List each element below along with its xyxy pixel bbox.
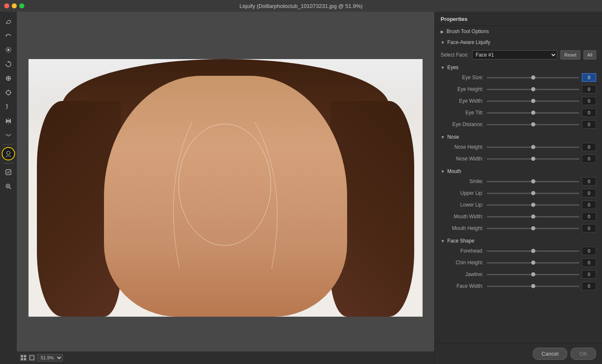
eye-size-input[interactable] xyxy=(582,73,596,82)
eye-width-slider-container xyxy=(487,97,596,105)
svg-rect-24 xyxy=(30,356,34,360)
nose-width-thumb[interactable] xyxy=(531,157,535,161)
eye-height-slider[interactable] xyxy=(487,89,579,90)
canvas-bottom-bar: 51.9% 25% 50% 100% xyxy=(17,351,434,364)
warp-tool-button[interactable] xyxy=(2,15,15,28)
nose-height-input[interactable] xyxy=(582,143,596,151)
eye-height-slider-container xyxy=(487,85,596,93)
eye-distance-label: Eye Distance: xyxy=(441,121,487,127)
face-width-input[interactable] xyxy=(582,282,596,290)
bloat-tool-button[interactable] xyxy=(2,86,15,99)
eye-width-slider[interactable] xyxy=(487,101,579,102)
chin-height-thumb[interactable] xyxy=(531,261,535,265)
reset-button[interactable]: Reset xyxy=(560,50,580,59)
zoom-controls[interactable]: 51.9% 25% 50% 100% xyxy=(20,354,63,361)
reconstruct-tool-button[interactable] xyxy=(2,29,15,42)
minimize-button[interactable] xyxy=(12,3,17,8)
eye-height-input[interactable] xyxy=(582,85,596,93)
mirror-tool-button[interactable] xyxy=(2,115,15,127)
jawline-slider[interactable] xyxy=(487,274,579,275)
chin-height-input[interactable] xyxy=(582,258,596,267)
eye-tilt-slider[interactable] xyxy=(487,112,579,114)
smile-input[interactable] xyxy=(582,177,596,186)
cancel-button[interactable]: Cancel xyxy=(533,348,567,360)
face-aware-header[interactable]: ▼ Face-Aware Liquify xyxy=(435,37,602,48)
eye-distance-thumb[interactable] xyxy=(531,122,535,126)
smile-slider-container xyxy=(487,177,596,186)
nose-height-slider[interactable] xyxy=(487,147,579,148)
mouth-width-thumb[interactable] xyxy=(531,214,535,219)
mouth-height-slider-container xyxy=(487,224,596,232)
turbulence-tool-button[interactable] xyxy=(2,129,15,142)
face-width-label: Face Width: xyxy=(441,283,487,289)
face-width-slider[interactable] xyxy=(487,286,579,287)
mouth-width-slider[interactable] xyxy=(487,216,579,217)
svg-rect-23 xyxy=(24,358,26,360)
eye-height-thumb[interactable] xyxy=(531,87,535,91)
jawline-input[interactable] xyxy=(582,270,596,279)
nose-height-thumb[interactable] xyxy=(531,145,535,149)
mouth-height-slider[interactable] xyxy=(487,228,579,229)
upper-lip-thumb[interactable] xyxy=(531,191,535,195)
upper-lip-slider[interactable] xyxy=(487,193,579,194)
smile-thumb[interactable] xyxy=(531,179,535,183)
lower-lip-input[interactable] xyxy=(582,201,596,209)
smile-slider[interactable] xyxy=(487,181,579,182)
svg-point-1 xyxy=(8,49,9,51)
canvas-image xyxy=(29,59,423,317)
eye-width-thumb[interactable] xyxy=(531,99,535,103)
mouth-width-label: Mouth Width: xyxy=(441,214,487,219)
lower-lip-slider[interactable] xyxy=(487,204,579,206)
zoom-tool-button[interactable] xyxy=(2,180,15,193)
eye-distance-slider-container xyxy=(487,120,596,129)
upper-lip-row: Upper Lip: xyxy=(441,188,596,199)
mouth-width-input[interactable] xyxy=(582,212,596,221)
eyes-section-header[interactable]: ▼ Eyes xyxy=(441,63,596,72)
mouth-section-header[interactable]: ▼ Mouth xyxy=(441,167,596,176)
push-left-tool-button[interactable] xyxy=(2,101,15,113)
chin-height-slider[interactable] xyxy=(487,262,579,263)
eye-distance-input[interactable] xyxy=(582,120,596,129)
twirl-cw-button[interactable] xyxy=(2,58,15,70)
nose-width-slider[interactable] xyxy=(487,158,579,160)
canvas-area[interactable]: 51.9% 25% 50% 100% xyxy=(17,12,434,364)
brush-tool-options-header[interactable]: ▶ Brush Tool Options xyxy=(435,26,602,37)
all-button[interactable]: All xyxy=(584,50,596,59)
face-shape-section-header[interactable]: ▼ Face Shape xyxy=(441,236,596,245)
forehead-slider[interactable] xyxy=(487,250,579,252)
close-button[interactable] xyxy=(4,3,9,8)
eye-tilt-row: Eye Tilt: xyxy=(441,107,596,118)
jawline-thumb[interactable] xyxy=(531,272,535,276)
face-select[interactable]: Face #1 xyxy=(472,50,557,59)
eye-tilt-thumb[interactable] xyxy=(531,111,535,115)
forehead-thumb[interactable] xyxy=(531,249,535,253)
face-tool-button[interactable] xyxy=(2,147,15,160)
eye-distance-slider[interactable] xyxy=(487,124,579,125)
forehead-input[interactable] xyxy=(582,247,596,255)
lower-lip-thumb[interactable] xyxy=(531,203,535,207)
mouth-height-thumb[interactable] xyxy=(531,226,535,230)
nose-section-header[interactable]: ▼ Nose xyxy=(441,132,596,142)
fit-screen-button[interactable] xyxy=(20,354,27,361)
maximize-button[interactable] xyxy=(19,3,24,8)
upper-lip-input[interactable] xyxy=(582,189,596,197)
eye-tilt-input[interactable] xyxy=(582,108,596,117)
smooth-tool-button[interactable] xyxy=(2,44,15,56)
nose-width-input[interactable] xyxy=(582,155,596,163)
eye-size-thumb[interactable] xyxy=(531,75,535,80)
eyes-section: ▼ Eyes Eye Size: Eye Height: xyxy=(435,63,602,132)
eye-size-slider[interactable] xyxy=(487,77,579,78)
pucker-tool-button[interactable] xyxy=(2,72,15,85)
mouth-section: ▼ Mouth Smile: Upper Lip: xyxy=(435,167,602,236)
nose-section: ▼ Nose Nose Height: Nose Width: xyxy=(435,132,602,167)
window-controls[interactable] xyxy=(4,3,24,8)
zoom-select[interactable]: 51.9% 25% 50% 100% xyxy=(37,354,63,361)
main-layout: 51.9% 25% 50% 100% Properties ▶ Brush To… xyxy=(0,12,602,364)
ok-button[interactable]: OK xyxy=(571,348,596,360)
freeze-mask-button[interactable] xyxy=(2,166,15,178)
svg-point-7 xyxy=(6,90,10,95)
mouth-height-input[interactable] xyxy=(582,224,596,232)
face-width-thumb[interactable] xyxy=(531,284,535,288)
actual-size-button[interactable] xyxy=(29,354,35,361)
eye-width-input[interactable] xyxy=(582,97,596,105)
